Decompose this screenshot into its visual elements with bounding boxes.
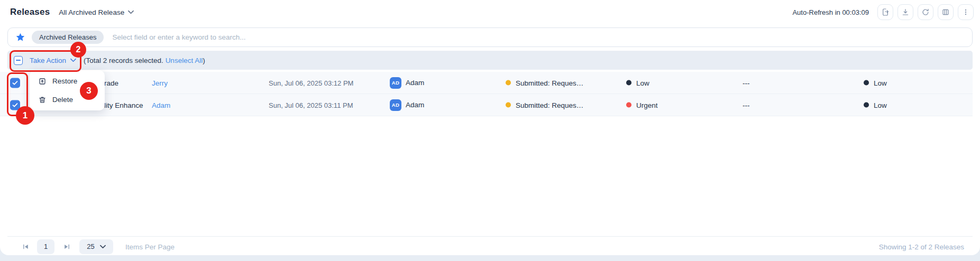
status-label: Submitted: Reques…	[516, 79, 583, 87]
search-bar: Archived Releases	[7, 27, 973, 47]
refresh-button[interactable]	[918, 4, 933, 20]
indeterminate-dash-icon	[16, 60, 21, 61]
avatar: AD	[390, 77, 401, 89]
auto-refresh-timer: Auto-Refresh in 00:03:09	[792, 8, 869, 16]
status-dot-icon	[506, 102, 511, 108]
check-icon	[12, 80, 18, 85]
select-all-checkbox[interactable]	[14, 56, 23, 65]
priority-cell: Low	[626, 79, 649, 87]
requester-link[interactable]: Jerry	[152, 79, 168, 87]
risk-cell: Low	[864, 79, 887, 87]
take-action-menu: Restore Delete	[30, 70, 105, 110]
filter-chip-archived-releases[interactable]: Archived Releases	[32, 31, 104, 44]
refresh-icon	[921, 8, 930, 16]
results-summary: Showing 1-2 of 2 Releases	[879, 243, 964, 250]
bulk-action-bar: Take Action (Total 2 records selected. U…	[7, 51, 973, 70]
selection-summary: (Total 2 records selected. Unselect All)	[84, 57, 205, 64]
priority-cell: Urgent	[626, 101, 658, 109]
more-options-button[interactable]	[958, 4, 974, 20]
release-name[interactable]: lity Enhance	[104, 101, 144, 109]
assignee-cell: AD Adam	[390, 99, 424, 111]
restore-icon	[38, 77, 47, 86]
first-page-icon	[22, 243, 29, 250]
risk-dot-icon	[864, 102, 869, 108]
priority-dot-icon	[626, 102, 631, 108]
menu-item-restore[interactable]: Restore	[30, 72, 105, 90]
priority-dot-icon	[626, 80, 631, 86]
view-selector-label: All Archived Release	[59, 8, 124, 16]
take-action-label: Take Action	[30, 57, 66, 64]
chevron-down-icon	[70, 58, 76, 62]
priority-label: Low	[636, 79, 649, 87]
risk-cell: Low	[864, 101, 887, 109]
columns-icon	[941, 8, 950, 16]
selection-suffix: )	[203, 57, 205, 64]
export-icon	[881, 8, 890, 16]
kebab-menu-icon	[961, 8, 970, 16]
status-label: Submitted: Reques…	[516, 101, 583, 109]
row-checkbox[interactable]	[10, 100, 20, 110]
footer-divider	[7, 236, 973, 237]
download-button[interactable]	[897, 4, 913, 20]
take-action-dropdown[interactable]: Take Action	[30, 57, 76, 64]
search-input[interactable]	[111, 33, 967, 42]
download-icon	[901, 8, 910, 16]
export-button[interactable]	[877, 4, 893, 20]
release-date: Sun, Jul 06, 2025 03:11 PM	[269, 101, 353, 109]
status-dot-icon	[506, 80, 511, 86]
empty-value: ---	[743, 101, 750, 109]
selection-prefix: (Total 2 records selected.	[84, 57, 166, 64]
last-page-icon	[63, 243, 70, 250]
view-selector-dropdown[interactable]: All Archived Release	[59, 8, 134, 16]
requester-link[interactable]: Adam	[152, 101, 170, 109]
unselect-all-link[interactable]: Unselect All	[166, 57, 203, 64]
pagination-footer: 1 25 Items Per Page Showing 1-2 of 2 Rel…	[0, 238, 980, 255]
assignee-name: Adam	[406, 79, 424, 87]
header-toolbar: Auto-Refresh in 00:03:09	[792, 4, 974, 20]
menu-item-label: Delete	[52, 96, 73, 104]
releases-page: Releases All Archived Release Auto-Refre…	[0, 0, 980, 261]
risk-dot-icon	[864, 80, 869, 86]
trash-icon	[38, 96, 47, 104]
page-title: Releases	[10, 7, 50, 17]
empty-value: ---	[743, 79, 750, 87]
page-size-value: 25	[87, 243, 94, 250]
first-page-button[interactable]	[22, 243, 29, 250]
priority-label: Urgent	[636, 101, 658, 109]
release-date: Sun, Jul 06, 2025 03:12 PM	[269, 79, 353, 87]
status-cell: Submitted: Reques…	[506, 79, 583, 87]
items-per-page-label: Items Per Page	[125, 243, 175, 250]
content-card: Releases All Archived Release Auto-Refre…	[0, 0, 980, 255]
avatar: AD	[390, 99, 401, 111]
risk-label: Low	[874, 101, 887, 109]
row-checkbox[interactable]	[10, 78, 20, 88]
chevron-down-icon	[100, 245, 106, 249]
status-cell: Submitted: Reques…	[506, 101, 583, 109]
check-icon	[12, 102, 18, 107]
table-row[interactable]: rade Jerry Sun, Jul 06, 2025 03:12 PM AD…	[0, 72, 973, 94]
menu-item-delete[interactable]: Delete	[30, 90, 105, 109]
last-page-button[interactable]	[63, 243, 70, 250]
page-header: Releases All Archived Release Auto-Refre…	[0, 0, 980, 24]
chevron-down-icon	[128, 10, 134, 14]
menu-item-label: Restore	[52, 77, 77, 85]
page-number-button[interactable]: 1	[37, 239, 54, 254]
release-name[interactable]: rade	[104, 79, 144, 87]
assignee-cell: AD Adam	[390, 77, 424, 89]
columns-button[interactable]	[938, 4, 954, 20]
favorite-star-icon[interactable]	[15, 32, 25, 42]
assignee-name: Adam	[406, 101, 424, 109]
page-size-dropdown[interactable]: 25	[79, 239, 113, 254]
risk-label: Low	[874, 79, 887, 87]
table-row[interactable]: lity Enhance Adam Sun, Jul 06, 2025 03:1…	[0, 94, 973, 116]
